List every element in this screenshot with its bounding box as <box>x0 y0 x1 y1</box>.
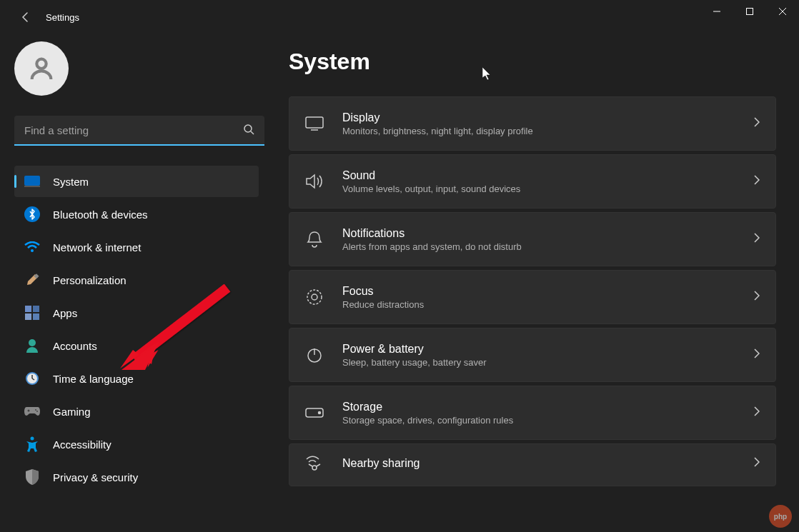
close-button[interactable] <box>766 0 799 23</box>
account-icon <box>24 338 40 353</box>
arrow-left-icon <box>20 11 31 23</box>
watermark: php <box>769 505 792 528</box>
svg-point-31 <box>312 466 317 470</box>
sidebar-item-personalization[interactable]: Personalization <box>14 264 259 296</box>
card-storage[interactable]: Storage Storage space, drives, configura… <box>289 386 776 440</box>
monitor-icon <box>305 114 324 133</box>
accessibility-icon <box>24 436 40 452</box>
svg-point-26 <box>312 294 317 300</box>
svg-point-30 <box>319 412 321 414</box>
svg-point-22 <box>31 437 34 441</box>
sidebar-item-gaming[interactable]: Gaming <box>14 396 259 427</box>
sidebar-item-apps[interactable]: Apps <box>14 297 259 328</box>
card-title: Nearby sharing <box>342 457 735 470</box>
chevron-right-icon <box>754 233 760 246</box>
card-title: Storage <box>342 401 735 413</box>
window-controls <box>700 0 799 23</box>
clock-icon <box>24 371 40 386</box>
display-icon <box>24 174 40 189</box>
card-sound[interactable]: Sound Volume levels, output, input, soun… <box>289 154 776 209</box>
close-icon <box>779 8 786 15</box>
back-button[interactable] <box>14 6 37 29</box>
gamepad-icon <box>24 403 40 419</box>
svg-point-20 <box>35 409 36 411</box>
shield-icon <box>24 469 40 485</box>
sidebar-item-accounts[interactable]: Accounts <box>14 330 259 361</box>
share-icon <box>305 454 324 473</box>
search-input[interactable] <box>14 116 264 146</box>
php-logo-icon: php <box>769 505 792 528</box>
sidebar-item-label: Accounts <box>53 340 97 352</box>
svg-rect-1 <box>747 9 753 15</box>
main-content: System Display Monitors, brightness, nig… <box>272 34 799 532</box>
sidebar-item-label: Network & internet <box>53 241 141 254</box>
chevron-right-icon <box>754 406 760 419</box>
storage-icon <box>305 403 324 422</box>
sidebar-item-system[interactable]: System <box>14 166 259 197</box>
sidebar-item-label: Privacy & security <box>53 471 138 483</box>
sidebar-item-label: Bluetooth & devices <box>53 209 148 221</box>
svg-rect-10 <box>25 306 31 312</box>
sidebar-item-label: System <box>53 176 89 188</box>
apps-icon <box>24 305 40 321</box>
sidebar-item-time[interactable]: Time & language <box>14 363 259 394</box>
card-subtitle: Alerts from apps and system, do not dist… <box>342 241 735 252</box>
card-subtitle: Volume levels, output, input, sound devi… <box>342 184 735 194</box>
svg-point-14 <box>29 339 36 346</box>
svg-rect-5 <box>24 176 40 186</box>
svg-rect-6 <box>24 186 40 187</box>
svg-rect-11 <box>33 306 39 312</box>
wifi-icon <box>24 239 40 255</box>
chevron-right-icon <box>754 291 760 303</box>
search-box <box>14 116 264 146</box>
card-focus[interactable]: Focus Reduce distractions <box>289 270 776 324</box>
card-display[interactable]: Display Monitors, brightness, night ligh… <box>289 96 776 151</box>
sidebar-item-label: Apps <box>53 307 77 319</box>
chevron-right-icon <box>754 457 760 470</box>
card-subtitle: Sleep, battery usage, battery saver <box>342 357 735 368</box>
svg-rect-23 <box>306 117 323 128</box>
svg-rect-12 <box>25 313 31 320</box>
sidebar-item-label: Time & language <box>53 373 134 385</box>
sidebar-item-label: Personalization <box>53 274 126 286</box>
card-title: Display <box>342 111 735 124</box>
window-title: Settings <box>46 12 79 23</box>
bell-icon <box>305 230 324 249</box>
avatar[interactable] <box>14 41 69 96</box>
card-nearby-sharing[interactable]: Nearby sharing <box>289 443 776 486</box>
power-icon <box>305 346 324 364</box>
card-subtitle: Monitors, brightness, night light, displ… <box>342 126 735 136</box>
svg-point-8 <box>31 249 34 252</box>
sidebar-item-network[interactable]: Network & internet <box>14 231 259 263</box>
chevron-right-icon <box>754 348 760 361</box>
bluetooth-icon <box>24 206 40 222</box>
page-title: System <box>289 49 776 75</box>
sidebar-item-privacy[interactable]: Privacy & security <box>14 461 259 493</box>
sidebar-item-bluetooth[interactable]: Bluetooth & devices <box>14 199 259 230</box>
minimize-button[interactable] <box>700 0 733 23</box>
sidebar-item-accessibility[interactable]: Accessibility <box>14 428 259 460</box>
sound-icon <box>305 172 324 191</box>
minimize-icon <box>713 8 720 15</box>
maximize-button[interactable] <box>733 0 766 23</box>
chevron-right-icon <box>754 117 760 130</box>
sidebar-item-label: Gaming <box>53 406 91 418</box>
chevron-right-icon <box>754 175 760 188</box>
brush-icon <box>24 272 40 288</box>
card-title: Focus <box>342 285 735 298</box>
person-icon <box>27 54 56 83</box>
card-power[interactable]: Power & battery Sleep, battery usage, ba… <box>289 328 776 382</box>
focus-icon <box>305 288 324 306</box>
card-notifications[interactable]: Notifications Alerts from apps and syste… <box>289 212 776 266</box>
title-bar: Settings <box>0 0 799 34</box>
svg-point-21 <box>36 411 38 412</box>
svg-point-2 <box>36 59 46 69</box>
sidebar: System Bluetooth & devices Network & int… <box>0 34 272 532</box>
svg-rect-13 <box>33 313 39 320</box>
card-subtitle: Reduce distractions <box>342 299 735 310</box>
card-title: Notifications <box>342 227 735 240</box>
svg-point-19 <box>28 410 30 412</box>
nav-list: System Bluetooth & devices Network & int… <box>14 166 264 493</box>
settings-cards: Display Monitors, brightness, night ligh… <box>289 96 776 486</box>
card-title: Sound <box>342 169 735 182</box>
